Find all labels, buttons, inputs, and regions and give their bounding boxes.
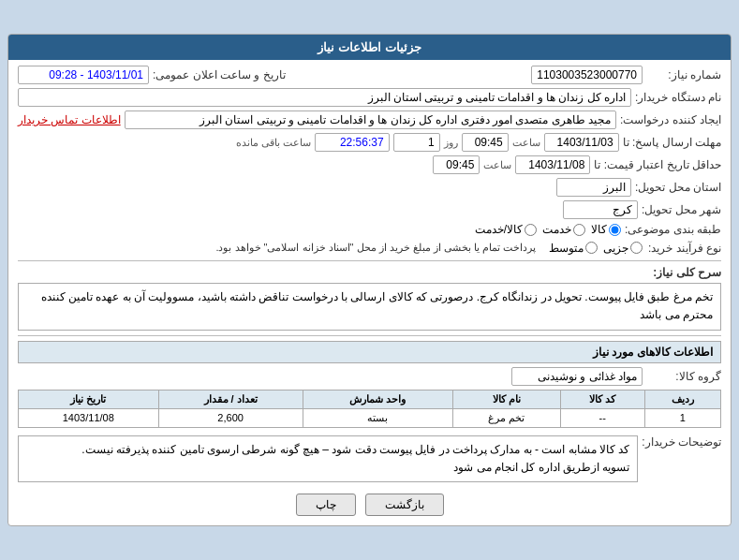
purchase-radio-partial[interactable] [630,242,643,254]
requester-label: ایجاد کننده درخواست: [620,113,721,126]
row-type: طبقه بندی موضوعی: کالا خدمت کالا/خدمت [18,223,721,236]
goods-group-value: مواد غذائی و نوشیدنی [511,367,643,386]
row-city: شهر محل تحویل: کرج [18,200,721,219]
goods-group-label: گروه کالا: [646,370,721,383]
response-date: 1403/11/03 [544,133,619,152]
row-need-number: شماره نیاز: 1103003523000770 تاریخ و ساع… [18,66,721,84]
date-time-label: تاریخ و ساعت اعلان عمومی: [153,68,286,81]
buyer-org-label: نام دستگاه خریدار: [635,91,721,104]
contact-link[interactable]: اطلاعات تماس خریدار [18,113,121,126]
type-radio-goods[interactable] [609,224,621,236]
col-row: ردیف [644,390,720,408]
response-deadline-label: مهلت ارسال پاسخ: تا [623,136,721,149]
row-requester: ایجاد کننده درخواست: مجید طاهری متصدی ام… [18,111,721,129]
col-name: نام کالا [453,390,560,408]
purchase-notice: پرداخت تمام یا بخشی از مبلغ خرید از محل … [215,240,536,256]
type-option-both[interactable]: کالا/خدمت [475,223,537,236]
row-price-deadline: حداقل تاریخ اعتبار قیمت: تا 1403/11/08 س… [18,155,721,174]
print-button[interactable]: چاپ [296,494,356,516]
response-time: 09:45 [462,133,509,152]
price-time: 09:45 [433,155,480,174]
day-label: روز [444,137,458,149]
province-value: البرز [556,178,631,197]
divider1 [18,260,721,261]
row-goods-group: گروه کالا: مواد غذائی و نوشیدنی [18,367,721,386]
response-day: 1 [393,133,440,152]
requester-value: مجید طاهری متصدی امور دفتری اداره کل زند… [125,111,616,129]
type-radio-service[interactable] [573,224,585,236]
row-response-deadline: مهلت ارسال پاسخ: تا 1403/11/03 ساعت 09:4… [18,133,721,152]
price-deadline-label: حداقل تاریخ اعتبار قیمت: تا [594,158,721,171]
main-container: جزئیات اطلاعات نیاز شماره نیاز: 11030035… [0,26,739,534]
type-radio-both[interactable] [525,224,537,236]
goods-info-title: اطلاعات کالاهای مورد نیاز [18,341,721,363]
detail-card: جزئیات اطلاعات نیاز شماره نیاز: 11030035… [7,34,732,526]
time-label: ساعت [512,137,540,149]
date-time-value: 1403/11/01 - 09:28 [18,66,149,84]
purchase-option-medium[interactable]: متوسط [549,242,598,255]
buyer-notes-content: کد کالا مشابه است - به مدارک پرداخت در ف… [18,435,638,482]
price-time-label: ساعت [483,159,511,171]
col-unit: واحد شمارش [303,390,452,408]
card-body: شماره نیاز: 1103003523000770 تاریخ و ساع… [8,60,731,525]
col-date: تاریخ نیاز [19,390,159,408]
province-label: استان محل تحویل: [635,181,721,194]
need-number-value: 1103003523000770 [531,66,643,84]
purchase-type-label: نوع فرآیند خرید: [646,242,721,255]
header-title: جزئیات اطلاعات نیاز [318,40,421,54]
row-buyer-notes: توضیحات خریدار: کد کالا مشابه است - به م… [18,432,721,486]
remaining-label: ساعت باقی مانده [236,137,311,149]
response-remaining: 22:56:37 [315,133,390,152]
need-desc-label: سرح کلی نیاز: [646,266,721,279]
goods-table: ردیف کد کالا نام کالا واحد شمارش تعداد /… [18,390,721,428]
row-province: استان محل تحویل: البرز [18,178,721,197]
row-purchase-type: نوع فرآیند خرید: جزیی متوسط پرداخت تمام … [18,240,721,256]
buttons-row: بازگشت چاپ [18,494,721,516]
purchase-option-partial[interactable]: جزیی [603,242,643,255]
buyer-notes-text2: تسویه ازطریق اداره کل انجام می شود [26,459,629,477]
card-header: جزئیات اطلاعات نیاز [8,35,731,60]
need-number-label: شماره نیاز: [646,68,721,81]
buyer-notes-label: توضیحات خریدار: [642,435,721,449]
type-option-service[interactable]: خدمت [542,223,585,236]
buyer-notes-text1: کد کالا مشابه است - به مدارک پرداخت در ف… [26,441,629,459]
buyer-org-value: اداره کل زندان ها و اقدامات تامینی و ترب… [18,88,631,107]
purchase-radio-group: جزیی متوسط [549,242,643,255]
row-need-desc-title: سرح کلی نیاز: [18,266,721,279]
type-radio-group: کالا خدمت کالا/خدمت [475,223,621,236]
city-value: کرج [563,200,638,219]
need-desc-text: تخم مرغ طبق فایل پیوست. تحویل در زندانگا… [18,283,721,330]
col-qty: تعداد / مقدار [158,390,303,408]
row-buyer-org: نام دستگاه خریدار: اداره کل زندان ها و ا… [18,88,721,107]
table-row: 1--تخم مرغبسته2,6001403/11/08 [19,408,721,427]
city-label: شهر محل تحویل: [642,203,721,216]
col-code: کد کالا [560,390,644,408]
type-option-goods[interactable]: کالا [591,223,621,236]
back-button[interactable]: بازگشت [365,494,444,516]
price-date: 1403/11/08 [515,155,590,174]
divider2 [18,335,721,336]
type-label: طبقه بندی موضوعی: [625,223,721,236]
purchase-radio-medium[interactable] [585,242,598,254]
